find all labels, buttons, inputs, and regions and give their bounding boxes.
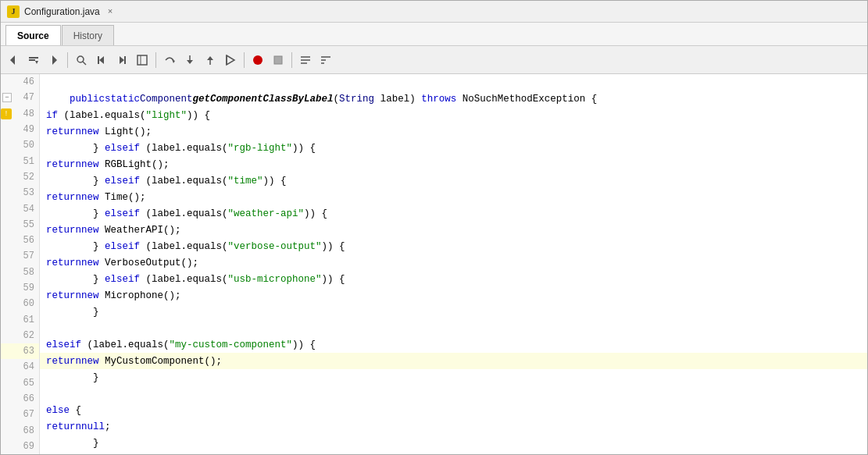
toolbar-toggle-button[interactable] — [133, 51, 152, 69]
toolbar-watch-button[interactable] — [316, 51, 335, 69]
code-line-54: } else if (label.equals("weather-api")) … — [40, 205, 867, 222]
title-bar: J Configuration.java × — [1, 1, 867, 23]
toolbar-step-into[interactable] — [180, 51, 199, 69]
svg-marker-17 — [207, 56, 213, 60]
toolbar-forward-button[interactable] — [45, 51, 63, 69]
toolbar-separator-4 — [291, 52, 292, 68]
line-num-label: 69 — [23, 441, 34, 452]
line-number-51: 51 — [1, 153, 39, 169]
toolbar-debug-button[interactable] — [248, 51, 267, 69]
line-number-50: 50 — [1, 137, 39, 153]
svg-marker-0 — [10, 55, 15, 65]
line-num-label: 59 — [23, 283, 34, 293]
line-number-65: 65 — [1, 375, 39, 391]
toolbar-back-button[interactable] — [4, 51, 23, 69]
line-num-label: 46 — [23, 76, 34, 87]
line-number-67: 67 — [1, 407, 39, 422]
line-number-58: 58 — [1, 265, 39, 280]
code-line-53: return new Time(); — [40, 189, 867, 205]
code-line-52: } else if (label.equals("time")) { — [40, 172, 867, 189]
line-num-label: 55 — [23, 219, 34, 230]
line-num-label: 57 — [23, 251, 34, 261]
svg-rect-10 — [124, 56, 126, 64]
main-window: J Configuration.java × Source History — [0, 0, 868, 455]
line-number-55: 55 — [1, 217, 39, 233]
code-line-48: if (label.equals("light")) { — [40, 107, 867, 123]
line-num-label: 50 — [23, 140, 34, 151]
line-number-52: 52 — [1, 169, 39, 185]
toolbar-separator-1 — [67, 52, 68, 68]
line-number-63: 63 — [1, 343, 39, 359]
code-line-57: return new VerboseOutput(); — [40, 254, 867, 271]
code-line-51: return new RGBLight(); — [40, 156, 867, 172]
line-number-62: 62 — [1, 328, 39, 343]
line-number-gutter: 46−47!4849505152535455565758596061626364… — [1, 74, 40, 454]
svg-marker-3 — [35, 61, 38, 64]
toolbar-prev-button[interactable] — [92, 51, 111, 69]
line-num-label: 56 — [23, 235, 34, 246]
close-button[interactable]: × — [108, 7, 113, 16]
code-line-47: public static Component getComponentClas… — [40, 91, 867, 107]
line-number-46: 46 — [1, 74, 39, 90]
svg-rect-11 — [138, 55, 147, 65]
line-number-53: 53 — [1, 185, 39, 201]
line-number-57: 57 — [1, 248, 39, 264]
line-number-61: 61 — [1, 311, 39, 327]
line-number-64: 64 — [1, 359, 39, 375]
line-num-label: 49 — [23, 124, 34, 135]
toolbar-step-out[interactable] — [201, 51, 220, 69]
svg-point-5 — [77, 56, 84, 62]
line-num-label: 62 — [23, 330, 34, 341]
line-num-label: 51 — [23, 156, 34, 167]
code-line-67: return null; — [40, 418, 867, 435]
line-num-label: 58 — [23, 267, 34, 278]
toolbar-dropdown-button[interactable] — [24, 51, 43, 69]
tab-bar: Source History — [1, 23, 867, 46]
code-line-64: } — [40, 369, 867, 386]
file-icon: J — [7, 5, 20, 18]
code-line-56: } else if (label.equals("verbose-output"… — [40, 238, 867, 254]
toolbar-stop-button[interactable] — [269, 51, 288, 69]
svg-rect-2 — [29, 59, 35, 61]
code-line-65 — [40, 386, 867, 402]
toolbar-breakpoints-button[interactable] — [296, 51, 315, 69]
svg-rect-1 — [29, 57, 38, 59]
toolbar-separator-2 — [155, 52, 156, 68]
toolbar-next-button[interactable] — [113, 51, 131, 69]
toolbar-separator-3 — [244, 52, 245, 68]
code-line-58: } else if (label.equals("usb-microphone"… — [40, 271, 867, 287]
code-line-69: } — [40, 451, 867, 454]
line-num-label: 64 — [23, 361, 34, 372]
code-line-61 — [40, 320, 867, 336]
line-number-66: 66 — [1, 391, 39, 407]
line-number-49: 49 — [1, 122, 39, 137]
svg-point-20 — [253, 55, 263, 65]
line-num-label: 67 — [23, 409, 34, 420]
tab-source[interactable]: Source — [5, 25, 61, 45]
line-number-48: !48 — [1, 106, 39, 122]
code-line-59: return new Microphone(); — [40, 287, 867, 304]
line-num-label: 52 — [23, 172, 34, 183]
code-area[interactable]: public static Component getComponentClas… — [40, 74, 867, 454]
line-number-54: 54 — [1, 201, 39, 216]
line-number-68: 68 — [1, 423, 39, 439]
toolbar-search-button[interactable] — [72, 51, 91, 69]
code-line-63: return new MyCustomComponent(); — [40, 353, 867, 369]
code-line-55: return new WeatherAPI(); — [40, 222, 867, 238]
code-line-62: else if (label.equals("my-custom-compone… — [40, 336, 867, 353]
line-number-56: 56 — [1, 233, 39, 248]
line-num-label: 47 — [23, 92, 34, 103]
toolbar-step-over[interactable] — [160, 51, 179, 69]
line-num-label: 63 — [23, 346, 34, 357]
code-line-60: } — [40, 304, 867, 320]
toolbar-run-to-cursor[interactable] — [221, 51, 240, 69]
tab-history[interactable]: History — [62, 25, 114, 45]
editor-area: 46−47!4849505152535455565758596061626364… — [1, 74, 867, 454]
title-bar-filename: Configuration.java — [24, 6, 100, 17]
warning-icon-48: ! — [1, 108, 12, 119]
line-num-label: 60 — [23, 298, 34, 309]
line-num-label: 65 — [23, 378, 34, 389]
code-line-50: } else if (label.equals("rgb-light")) { — [40, 140, 867, 156]
line-number-60: 60 — [1, 296, 39, 311]
collapse-button-47[interactable]: − — [2, 93, 12, 102]
